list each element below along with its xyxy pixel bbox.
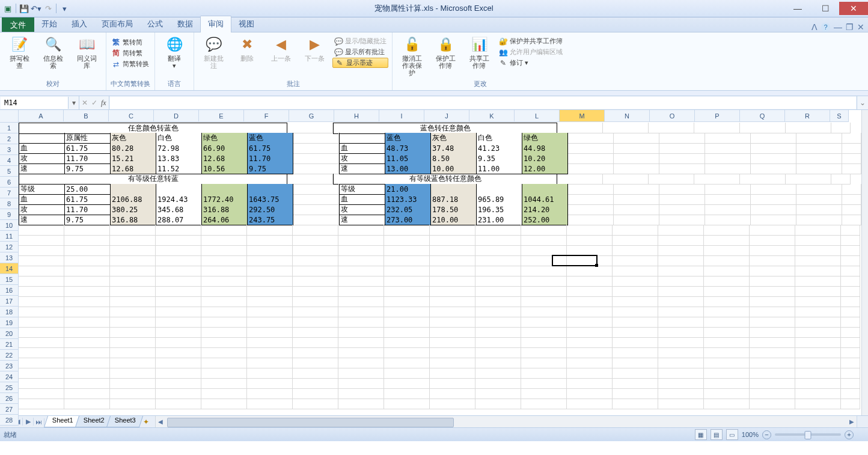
column-header[interactable]: A [19,110,64,122]
cell[interactable] [658,388,704,399]
cell[interactable] [795,347,841,358]
cell[interactable] [384,296,430,307]
cell[interactable] [247,388,293,399]
cell[interactable] [247,245,293,256]
cell[interactable]: 12.00 [522,163,568,174]
cell[interactable]: 61.75 [248,143,293,154]
cell[interactable]: 绿色 [522,133,568,144]
cell[interactable] [384,235,430,246]
cell[interactable]: 12.68 [202,153,248,164]
row-header[interactable]: 28 [0,415,19,426]
cell[interactable] [156,317,201,328]
cell[interactable] [338,296,384,307]
cell[interactable] [111,184,156,195]
cell[interactable] [613,235,658,246]
cell[interactable] [475,388,521,399]
cell[interactable]: 有等级任意转蓝 [19,174,287,185]
cell[interactable] [567,388,613,399]
cell[interactable]: 178.50 [431,204,477,215]
cell[interactable] [841,307,860,317]
row-header[interactable]: 22 [0,350,19,361]
cell[interactable]: 292.50 [248,204,293,215]
cell[interactable] [795,245,841,256]
cell[interactable] [842,133,861,144]
cell[interactable] [751,184,796,195]
cell[interactable] [750,276,795,287]
cell[interactable] [704,235,750,246]
cell[interactable] [841,276,860,287]
cell[interactable] [659,215,705,225]
cell[interactable] [338,378,384,389]
row-header[interactable]: 18 [0,307,19,317]
cell[interactable] [19,317,64,328]
tab-review[interactable]: 审阅 [200,16,231,32]
cell[interactable] [384,327,430,338]
cell[interactable] [658,307,704,317]
cell[interactable]: 白色 [156,133,202,144]
cell[interactable] [705,215,751,225]
cell[interactable] [750,245,795,256]
show-all-comments-button[interactable]: 💬显示所有批注 [332,47,388,57]
cell[interactable]: 10.56 [202,163,248,174]
simp-to-trad-button[interactable]: 简简转繁 [110,48,151,58]
cell[interactable] [613,225,658,236]
delete-comment-button[interactable]: ✖删除 [231,34,263,64]
cell[interactable]: 有等级蓝色转任意颜色 [333,174,557,185]
cell[interactable]: 等级 [19,184,65,195]
cell[interactable] [64,286,110,297]
cell[interactable] [338,286,384,297]
cell[interactable] [568,143,614,154]
cell[interactable]: 灰色 [111,133,156,144]
cell[interactable] [338,337,384,348]
cell[interactable] [19,255,64,266]
cell[interactable]: 白色 [477,133,522,144]
cell[interactable] [751,194,796,205]
cell[interactable] [614,143,659,154]
cell[interactable] [613,388,658,399]
cell[interactable] [430,276,475,287]
cell[interactable] [430,235,475,246]
cell[interactable] [786,123,831,133]
cell[interactable] [247,368,293,379]
cell[interactable] [293,317,338,328]
cell[interactable] [795,358,841,368]
row-header[interactable]: 3 [0,144,19,155]
cell[interactable] [247,327,293,338]
cell[interactable] [64,317,110,328]
cell[interactable] [841,347,860,358]
cell[interactable] [795,235,841,246]
cell[interactable] [293,143,339,154]
cell[interactable] [384,266,430,276]
cell[interactable]: 9.75 [65,215,111,225]
cell[interactable] [293,388,338,399]
row-header[interactable]: 9 [0,209,19,220]
cell[interactable] [384,225,430,236]
cell[interactable]: 血 [19,143,65,154]
cell[interactable] [704,225,750,236]
cell[interactable] [750,327,795,338]
cell[interactable] [704,368,750,379]
cell[interactable]: 316.88 [111,215,156,225]
cell[interactable]: 10.20 [522,153,568,164]
cell[interactable] [338,347,384,358]
cell[interactable]: 25.00 [65,184,111,195]
cell[interactable]: 速 [339,163,385,174]
cell[interactable] [704,327,750,338]
cell[interactable] [293,225,338,236]
cell[interactable] [430,225,475,236]
cell[interactable] [795,255,841,266]
cell[interactable]: 攻 [19,153,65,164]
cell[interactable] [614,133,659,144]
cell[interactable] [19,276,64,287]
cell[interactable] [658,399,704,409]
cell[interactable] [247,307,293,317]
cell[interactable] [568,163,614,174]
column-header[interactable]: S [830,110,849,122]
cell[interactable]: 11.05 [385,153,431,164]
cell[interactable] [613,307,658,317]
zoom-in-icon[interactable]: + [845,430,854,439]
cell[interactable] [110,225,156,236]
cell[interactable] [19,378,64,389]
cell[interactable]: 9.35 [477,153,522,164]
cell[interactable] [156,327,201,338]
